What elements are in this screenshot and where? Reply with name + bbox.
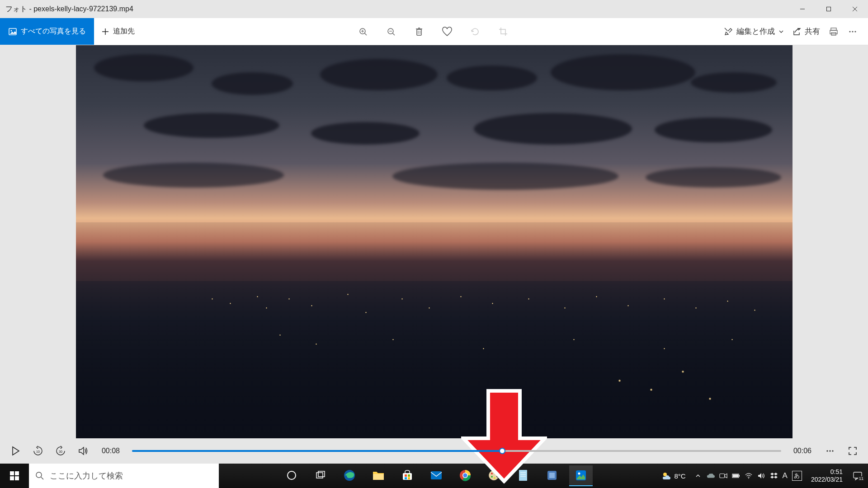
zoom-out-button[interactable] [385,25,397,38]
tray-power[interactable] [732,472,740,480]
svg-point-26 [854,31,856,32]
down-arrow-icon [461,389,547,483]
maximize-icon [826,6,831,12]
store-icon [401,469,413,481]
fullscreen-icon [848,446,858,456]
favorite-button[interactable] [441,25,453,38]
svg-text:10: 10 [36,450,40,453]
svg-rect-1 [827,7,831,11]
svg-point-24 [849,31,850,32]
svg-rect-21 [831,28,836,30]
svg-rect-42 [373,474,384,480]
toolbar-right: 編集と作成 共有 [724,26,868,37]
svg-rect-39 [316,473,323,478]
print-button[interactable] [828,26,839,37]
back-10-button[interactable]: 10 [32,445,44,457]
start-button[interactable] [0,464,29,488]
rotate-button[interactable] [469,25,481,38]
seek-fill [132,450,502,452]
svg-point-31 [832,450,833,451]
svg-rect-44 [405,474,407,477]
zoom-in-icon [358,27,368,37]
photo-icon [8,27,17,36]
player-more-button[interactable] [824,445,836,457]
tray-chevron[interactable] [694,472,702,480]
app-icon [546,469,558,481]
minimize-icon [800,6,805,12]
forward-30-button[interactable]: 30 [54,445,67,457]
plus-icon [101,28,109,36]
search-icon [35,471,44,480]
current-time: 00:08 [99,447,122,455]
file-name: pexels-kelly-lacy-9722139.mp4 [33,5,133,13]
crop-button[interactable] [497,25,509,38]
all-photos-label: すべての写真を見る [21,27,86,36]
battery-icon [732,473,740,479]
maximize-button[interactable] [816,0,842,18]
taskbar-explorer[interactable] [367,465,390,486]
player-controls: 10 30 00:08 00:06 [0,438,868,464]
media-viewer[interactable] [0,45,868,438]
taskbar-photos[interactable] [569,465,593,486]
svg-point-5 [11,30,12,31]
all-photos-button[interactable]: すべての写真を見る [0,18,94,45]
notification-badge: 11 [858,476,864,481]
zoom-in-button[interactable] [357,25,369,38]
toolbar-center [142,25,724,38]
edit-create-button[interactable]: 編集と作成 [724,26,784,37]
more-icon [825,446,835,456]
toolbar: すべての写真を見る 追加先 編集と作成 共有 [0,18,868,45]
zoom-out-icon [386,27,396,37]
more-button[interactable] [847,26,858,37]
add-to-button[interactable]: 追加先 [94,18,142,45]
title-bar: フォト - pexels-kelly-lacy-9722139.mp4 [0,0,868,18]
camera-icon [719,472,727,479]
seek-bar[interactable] [132,450,781,452]
taskbar-cortana[interactable] [280,465,303,486]
play-button[interactable] [9,445,22,457]
delete-button[interactable] [413,25,425,38]
taskbar-edge[interactable] [338,465,361,486]
tray-onedrive[interactable] [707,472,715,480]
crop-icon [498,27,508,37]
svg-rect-35 [15,476,19,480]
cloud-icon [707,473,715,479]
svg-rect-43 [403,473,412,480]
system-tray: 8°C A あ 0:51 2022/03/21 11 [653,464,868,488]
weather-widget[interactable]: 8°C [658,471,689,481]
volume-button[interactable] [77,445,90,457]
minimize-button[interactable] [789,0,816,18]
svg-point-25 [852,31,853,32]
taskbar-store[interactable] [396,465,419,486]
window-title: フォト - pexels-kelly-lacy-9722139.mp4 [5,5,789,14]
tray-ime-mode[interactable]: A [783,472,788,480]
arrow-annotation [461,389,547,483]
close-button[interactable] [842,0,868,18]
svg-line-37 [41,477,43,479]
taskview-icon [315,470,326,481]
taskbar-taskview[interactable] [309,465,332,486]
search-box[interactable]: ここに入力して検索 [29,464,219,488]
share-button[interactable]: 共有 [792,26,820,37]
tray-meet-now[interactable] [719,472,727,480]
cortana-icon [286,470,297,481]
tray-volume[interactable] [757,472,765,480]
folder-icon [372,470,385,481]
svg-line-9 [364,33,367,35]
svg-point-36 [36,472,42,478]
windows-logo-icon [9,471,19,481]
edit-create-label: 編集と作成 [736,26,775,37]
tray-ime-kana[interactable]: あ [792,471,802,481]
svg-rect-67 [739,475,740,477]
system-clock[interactable]: 0:51 2022/03/21 [807,468,847,483]
action-center[interactable]: 11 [852,472,863,480]
svg-point-29 [826,450,828,451]
svg-point-38 [288,471,296,479]
svg-rect-15 [417,29,421,35]
tray-wifi[interactable] [745,472,753,480]
fullscreen-button[interactable] [846,445,859,457]
taskbar-mail[interactable] [425,465,448,486]
seek-thumb[interactable] [499,448,505,454]
tray-dropbox[interactable] [770,472,778,480]
forward-30-icon: 30 [55,445,66,457]
